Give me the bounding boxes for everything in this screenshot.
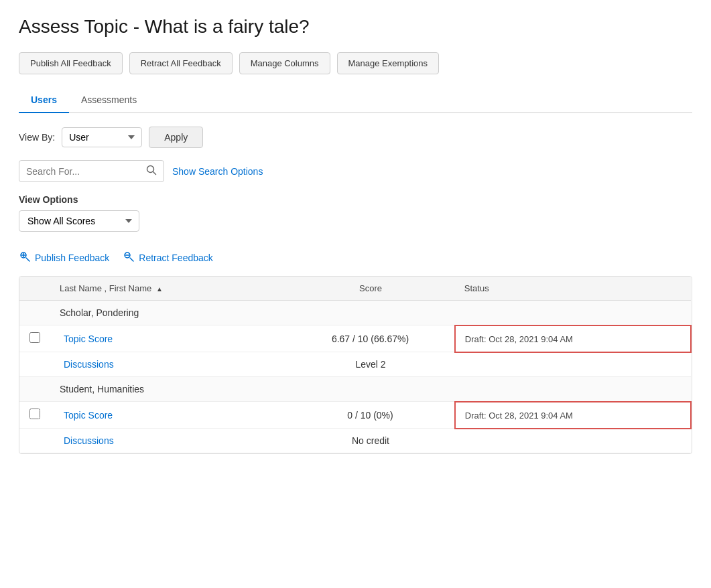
publish-feedback-label: Publish Feedback [35, 252, 109, 263]
tabs: Users Assessments [19, 88, 692, 113]
view-by-row: View By: User Assessment Apply [19, 127, 692, 148]
publish-feedback-icon [19, 250, 31, 265]
retract-feedback-button[interactable]: Retract Feedback [123, 250, 213, 265]
item-checkbox-cell [19, 429, 50, 453]
svg-line-7 [130, 258, 133, 261]
item-name-link[interactable]: Discussions [64, 435, 114, 446]
retract-all-button[interactable]: Retract All Feedback [129, 52, 233, 74]
item-status [455, 352, 691, 377]
score-select[interactable]: Show All Scores Show Published Only Show… [19, 210, 139, 232]
group-checkbox-cell [19, 301, 50, 325]
col-header-checkbox [19, 277, 50, 301]
tab-assessments[interactable]: Assessments [69, 88, 149, 113]
table-row: Scholar, Pondering [19, 301, 691, 325]
group-name: Scholar, Pondering [50, 301, 286, 325]
table: Last Name , First Name ▲ Score Status Sc… [19, 276, 692, 454]
item-name-link[interactable]: Topic Score [64, 410, 113, 421]
item-name-link[interactable]: Topic Score [64, 334, 113, 344]
page-title: Assess Topic - What is a fairy tale? [19, 16, 692, 38]
item-score: 6.67 / 10 (66.67%) [286, 325, 455, 352]
publish-all-button[interactable]: Publish All Feedback [19, 52, 123, 74]
group-checkbox-cell [19, 377, 50, 402]
item-score: No credit [286, 429, 455, 453]
item-name-cell: Discussions [50, 352, 286, 377]
score-select-wrapper: Show All Scores Show Published Only Show… [19, 210, 139, 232]
manage-columns-button[interactable]: Manage Columns [239, 52, 330, 74]
view-options-section: View Options Show All Scores Show Publis… [19, 194, 692, 248]
item-score: Level 2 [286, 352, 455, 377]
table-row: Topic Score 0 / 10 (0%) Draft: Oct 28, 2… [19, 402, 691, 429]
svg-line-1 [153, 172, 156, 175]
retract-feedback-icon [123, 250, 135, 265]
toolbar: Publish All Feedback Retract All Feedbac… [19, 52, 692, 74]
item-status [455, 429, 691, 453]
view-by-select[interactable]: User Assessment [62, 127, 142, 147]
item-checkbox-cell[interactable] [19, 402, 50, 429]
col-header-status: Status [455, 277, 691, 301]
apply-button[interactable]: Apply [149, 127, 203, 148]
table-row: Discussions Level 2 [19, 352, 691, 377]
table-row: Student, Humanities [19, 377, 691, 402]
draft-status-text: Draft: Oct 28, 2021 9:04 AM [465, 334, 573, 344]
col-header-score: Score [286, 277, 455, 301]
search-row: Show Search Options [19, 160, 692, 182]
tab-users[interactable]: Users [19, 88, 69, 113]
item-name-cell: Discussions [50, 429, 286, 453]
item-name-cell: Topic Score [50, 325, 286, 352]
table-row: Topic Score 6.67 / 10 (66.67%) Draft: Oc… [19, 325, 691, 352]
item-status: Draft: Oct 28, 2021 9:04 AM [455, 402, 691, 429]
group-score [286, 301, 455, 325]
item-name-link[interactable]: Discussions [64, 359, 114, 370]
show-search-options-link[interactable]: Show Search Options [172, 166, 263, 177]
search-input[interactable] [26, 166, 143, 177]
item-score: 0 / 10 (0%) [286, 402, 455, 429]
group-name: Student, Humanities [50, 377, 286, 402]
sort-icon: ▲ [156, 285, 163, 293]
draft-status-text: Draft: Oct 28, 2021 9:04 AM [465, 411, 573, 421]
item-checkbox-cell[interactable] [19, 325, 50, 352]
item-checkbox-cell [19, 352, 50, 377]
group-score [286, 377, 455, 402]
feedback-actions: Publish Feedback Retract Feedback [19, 248, 692, 268]
publish-feedback-button[interactable]: Publish Feedback [19, 250, 109, 265]
item-name-cell: Topic Score [50, 402, 286, 429]
search-icon [146, 165, 157, 177]
search-box [19, 160, 164, 182]
retract-feedback-label: Retract Feedback [139, 252, 213, 263]
table-header-row: Last Name , First Name ▲ Score Status [19, 277, 691, 301]
svg-line-3 [26, 258, 29, 261]
view-by-label: View By: [19, 132, 55, 143]
group-status [455, 377, 691, 402]
row-checkbox[interactable] [29, 332, 40, 343]
manage-exemptions-button[interactable]: Manage Exemptions [337, 52, 440, 74]
item-status: Draft: Oct 28, 2021 9:04 AM [455, 325, 691, 352]
group-status [455, 301, 691, 325]
table-row: Discussions No credit [19, 429, 691, 453]
col-header-name[interactable]: Last Name , First Name ▲ [50, 277, 286, 301]
view-options-label: View Options [19, 194, 692, 205]
row-checkbox[interactable] [29, 409, 40, 419]
